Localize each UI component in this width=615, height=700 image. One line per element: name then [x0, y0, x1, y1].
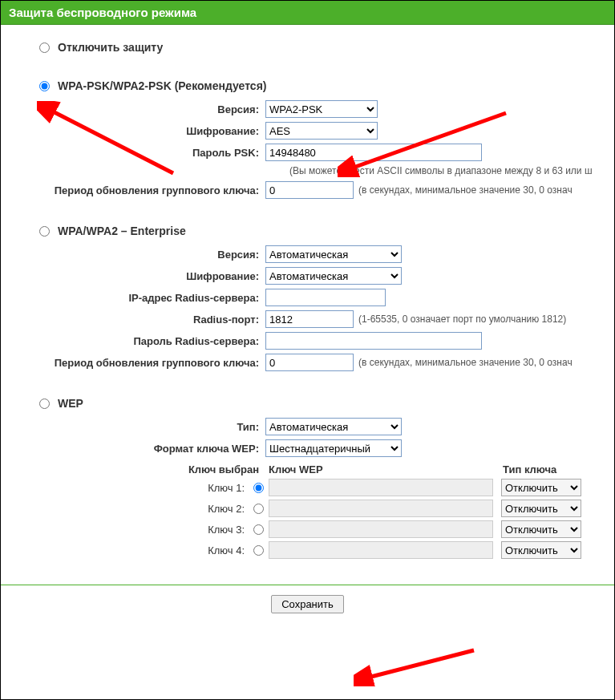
- wep-row-2-radio[interactable]: [253, 504, 264, 514]
- ent-radius-port-hint: (1-65535, 0 означает порт по умолчанию 1…: [358, 314, 566, 325]
- wep-col-type: Тип ключа: [503, 463, 591, 475]
- wep-row-1: Ключ 1: Отключить: [1, 479, 614, 496]
- wep-row-3-radio[interactable]: [253, 524, 264, 535]
- ent-version-select[interactable]: Автоматическая: [265, 245, 402, 263]
- ent-radius-ip-input[interactable]: [265, 289, 386, 306]
- ent-encryption-select[interactable]: Автоматическая: [265, 267, 402, 285]
- radio-wep[interactable]: [39, 399, 50, 409]
- wep-row-2-key-input[interactable]: [269, 500, 493, 517]
- ent-radius-ip-label: IP-адрес Radius-сервера:: [1, 292, 265, 304]
- wep-format-label: Формат ключа WEP:: [1, 443, 265, 455]
- wep-row-4-key-input[interactable]: [269, 541, 493, 559]
- wep-row-1-radio[interactable]: [253, 483, 264, 493]
- psk-password-hint: (Вы можете ввести ASCII символы в диапаз…: [1, 165, 614, 176]
- wep-row-4-type-select[interactable]: Отключить: [501, 541, 581, 559]
- wep-col-selected: Ключ выбран: [1, 463, 265, 475]
- ent-radius-port-input[interactable]: [265, 310, 354, 328]
- save-button[interactable]: Сохранить: [271, 595, 344, 613]
- wpa-psk-label: WPA-PSK/WPA2-PSK (Рекомендуется): [58, 79, 266, 92]
- wep-type-label: Тип:: [1, 421, 265, 433]
- page-title: Защита беспроводного режима: [1, 1, 614, 25]
- psk-version-select[interactable]: WPA2-PSK: [265, 100, 378, 118]
- psk-password-input[interactable]: [265, 144, 482, 161]
- ent-groupkey-input[interactable]: [265, 354, 354, 371]
- psk-groupkey-label: Период обновления группового ключа:: [1, 184, 265, 196]
- wep-row-2-label: Ключ 2:: [1, 503, 249, 515]
- psk-encryption-select[interactable]: AES: [265, 122, 378, 140]
- wep-type-select[interactable]: Автоматическая: [265, 418, 402, 435]
- wep-row-4-label: Ключ 4:: [1, 544, 249, 556]
- wep-row-2-type-select[interactable]: Отключить: [501, 500, 581, 517]
- ent-version-label: Версия:: [1, 249, 265, 261]
- psk-version-label: Версия:: [1, 103, 265, 115]
- wep-format-select[interactable]: Шестнадцатеричный: [265, 439, 402, 457]
- psk-encryption-label: Шифрование:: [1, 125, 265, 137]
- psk-groupkey-hint: (в секундах, минимальное значение 30, 0 …: [358, 184, 573, 196]
- radio-wpa-psk[interactable]: [39, 81, 50, 91]
- psk-groupkey-input[interactable]: [265, 181, 354, 199]
- ent-radius-pass-label: Пароль Radius-сервера:: [1, 335, 265, 347]
- wep-row-3-key-input[interactable]: [269, 520, 493, 538]
- wep-row-4-radio[interactable]: [253, 545, 264, 556]
- radio-wpa-enterprise[interactable]: [39, 226, 50, 237]
- wep-row-1-label: Ключ 1:: [1, 482, 249, 494]
- wep-row-4: Ключ 4: Отключить: [1, 541, 614, 559]
- ent-radius-pass-input[interactable]: [265, 332, 482, 350]
- wep-row-3-type-select[interactable]: Отключить: [501, 520, 581, 538]
- wep-label: WEP: [58, 397, 83, 410]
- ent-encryption-label: Шифрование:: [1, 270, 265, 282]
- wep-row-1-type-select[interactable]: Отключить: [501, 479, 581, 496]
- svg-line-2: [365, 650, 474, 678]
- disable-security-label: Отключить защиту: [58, 41, 163, 54]
- wpa-enterprise-label: WPA/WPA2 – Enterprise: [58, 225, 186, 237]
- ent-radius-port-label: Radius-порт:: [1, 314, 265, 326]
- wep-row-3: Ключ 3: Отключить: [1, 520, 614, 538]
- wep-row-3-label: Ключ 3:: [1, 524, 249, 536]
- annotation-arrow-3-icon: [354, 642, 482, 686]
- wep-row-1-key-input[interactable]: [269, 479, 493, 496]
- wep-col-key: Ключ WEP: [265, 463, 503, 475]
- radio-disable-security[interactable]: [39, 42, 50, 53]
- ent-groupkey-label: Период обновления группового ключа:: [1, 357, 265, 369]
- ent-groupkey-hint: (в секундах, минимальное значение 30, 0 …: [358, 357, 573, 368]
- psk-password-label: Пароль PSK:: [1, 147, 265, 159]
- wep-row-2: Ключ 2: Отключить: [1, 500, 614, 517]
